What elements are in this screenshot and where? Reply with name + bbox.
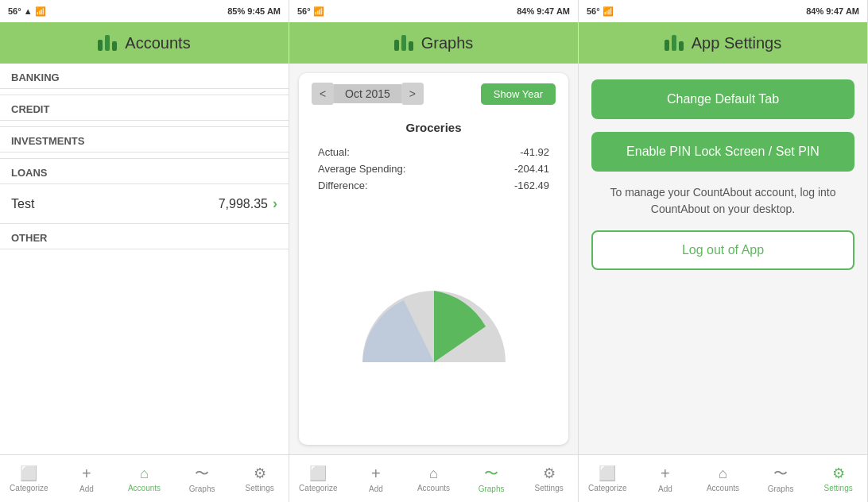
section-loans: LOANS (0, 159, 289, 184)
status-right-1: 85% 9:45 AM (227, 6, 281, 16)
pie-chart-container (299, 200, 568, 445)
status-right-2: 84% 9:47 AM (517, 6, 570, 16)
nav-settings-2[interactable]: ⚙ Settings (520, 455, 578, 502)
stat-average-value: -204.41 (514, 163, 549, 175)
graphs-title: Graphs (421, 34, 474, 52)
graphs-content: < Oct 2015 > Show Year Groceries Actual:… (289, 64, 578, 454)
bottom-nav-2: ⬜ Categorize + Add ⌂ Accounts 〜 Graphs ⚙… (289, 454, 578, 502)
month-nav-left: < Oct 2015 > (312, 83, 424, 105)
accounts-content: BANKING CREDIT INVESTMENTS LOANS Test 7,… (0, 64, 289, 454)
nav-label-add-1: Add (79, 485, 94, 493)
nav-graphs-3[interactable]: 〜 Graphs (752, 455, 810, 502)
status-right-3: 84% 9:47 AM (806, 6, 859, 16)
graph-category: Groceries (299, 114, 568, 137)
settings-title: App Settings (692, 34, 781, 52)
nav-label-categorize-1: Categorize (10, 484, 48, 492)
enable-pin-button[interactable]: Enable PIN Lock Screen / Set PIN (591, 132, 854, 172)
nav-accounts-1[interactable]: ⌂ Accounts (115, 455, 173, 502)
nav-categorize-2[interactable]: ⬜ Categorize (289, 455, 347, 502)
section-credit: CREDIT (0, 95, 289, 121)
nav-graphs-2[interactable]: 〜 Graphs (463, 455, 521, 502)
nav-add-1[interactable]: + Add (58, 455, 116, 502)
status-left-3: 56° 📶 (587, 6, 614, 17)
stat-average: Average Spending: -204.41 (318, 160, 549, 177)
stat-difference-label: Difference: (318, 180, 368, 191)
graph-stats: Actual: -41.92 Average Spending: -204.41… (299, 137, 568, 200)
nav-add-3[interactable]: + Add (637, 455, 695, 502)
nav-graphs-1[interactable]: 〜 Graphs (173, 455, 231, 502)
nav-label-graphs-1: Graphs (189, 485, 215, 493)
next-month-button[interactable]: > (401, 83, 424, 105)
temp-icon: 56° (8, 6, 21, 16)
nav-accounts-3[interactable]: ⌂ Accounts (694, 455, 752, 502)
nav-add-2[interactable]: + Add (347, 455, 405, 502)
add-icon-1: + (82, 465, 91, 483)
section-banking: BANKING (0, 64, 289, 89)
categorize-icon-2: ⬜ (309, 465, 327, 482)
nav-label-settings-3: Settings (824, 484, 853, 492)
stat-actual: Actual: -41.92 (318, 144, 549, 160)
account-test-row[interactable]: Test 7,998.35 › (0, 184, 289, 224)
battery-1: 85% (227, 6, 245, 16)
graphs-icon-1: 〜 (195, 464, 209, 483)
chevron-right-icon: › (273, 195, 277, 212)
logo-icon-1 (98, 35, 117, 51)
accounts-header: Accounts (0, 22, 289, 64)
logout-button[interactable]: Log out of App (591, 230, 854, 270)
settings-panel: 56° 📶 84% 9:47 AM App Settings Change De… (579, 0, 868, 502)
time-3: 9:47 AM (826, 6, 859, 16)
nav-label-graphs-2: Graphs (479, 485, 505, 493)
prev-month-button[interactable]: < (312, 83, 334, 105)
change-default-tab-button[interactable]: Change Default Tab (591, 79, 854, 119)
nav-settings-3[interactable]: ⚙ Settings (809, 455, 867, 502)
show-year-button[interactable]: Show Year (481, 83, 556, 105)
account-amount-test: 7,998.35 › (219, 195, 277, 212)
manage-account-text: To manage your CountAbout account, log i… (591, 184, 854, 218)
section-other: OTHER (0, 224, 289, 249)
wifi-icon: ▲ (24, 6, 33, 16)
nav-label-settings-2: Settings (535, 484, 564, 492)
nav-label-categorize-3: Categorize (588, 484, 626, 492)
temp-3: 56° (587, 6, 600, 16)
settings-header: App Settings (579, 22, 867, 64)
month-nav: < Oct 2015 > Show Year (299, 73, 568, 114)
status-bar-1: 56° ▲ 📶 85% 9:45 AM (0, 0, 289, 22)
categorize-icon-1: ⬜ (20, 465, 37, 482)
categorize-icon-3: ⬜ (599, 465, 616, 482)
nav-label-graphs-3: Graphs (768, 485, 794, 493)
status-bar-2: 56° 📶 84% 9:47 AM (289, 0, 578, 22)
wifi-icon-2: 📶 (313, 6, 324, 17)
nav-label-add-2: Add (369, 485, 383, 493)
wifi-icon-3: 📶 (603, 6, 614, 17)
time-2: 9:47 AM (537, 6, 570, 16)
nav-settings-1[interactable]: ⚙ Settings (231, 455, 289, 502)
nav-categorize-3[interactable]: ⬜ Categorize (579, 455, 637, 502)
status-left-1: 56° ▲ 📶 (8, 6, 46, 17)
battery-2: 84% (517, 6, 534, 16)
accounts-icon-3: ⌂ (719, 465, 727, 482)
stat-actual-value: -41.92 (520, 146, 549, 158)
graphs-header: Graphs (289, 22, 578, 64)
temp-2: 56° (297, 6, 311, 16)
status-bar-3: 56° 📶 84% 9:47 AM (579, 0, 867, 22)
bottom-nav-1: ⬜ Categorize + Add ⌂ Accounts 〜 Graphs ⚙… (0, 454, 289, 502)
pie-chart (355, 275, 513, 370)
nav-accounts-2[interactable]: ⌂ Accounts (405, 455, 463, 502)
bottom-nav-3: ⬜ Categorize + Add ⌂ Accounts 〜 Graphs ⚙… (579, 454, 867, 502)
nav-categorize-1[interactable]: ⬜ Categorize (0, 455, 58, 502)
graphs-icon-2: 〜 (484, 464, 498, 483)
stat-difference: Difference: -162.49 (318, 177, 549, 194)
accounts-panel: 56° ▲ 📶 85% 9:45 AM Accounts BANKING CRE… (0, 0, 289, 502)
stat-difference-value: -162.49 (514, 180, 549, 191)
graphs-icon-3: 〜 (773, 464, 788, 483)
add-icon-3: + (661, 465, 670, 483)
logo-icon-3 (665, 35, 684, 51)
nav-label-add-3: Add (658, 485, 672, 493)
status-left-2: 56° 📶 (297, 6, 324, 17)
signal-icons: 📶 (35, 6, 46, 17)
settings-icon-2: ⚙ (543, 465, 556, 482)
settings-icon-3: ⚙ (832, 465, 845, 482)
settings-icon-1: ⚙ (254, 465, 266, 482)
nav-label-settings-1: Settings (246, 484, 274, 492)
month-label: Oct 2015 (334, 84, 401, 103)
